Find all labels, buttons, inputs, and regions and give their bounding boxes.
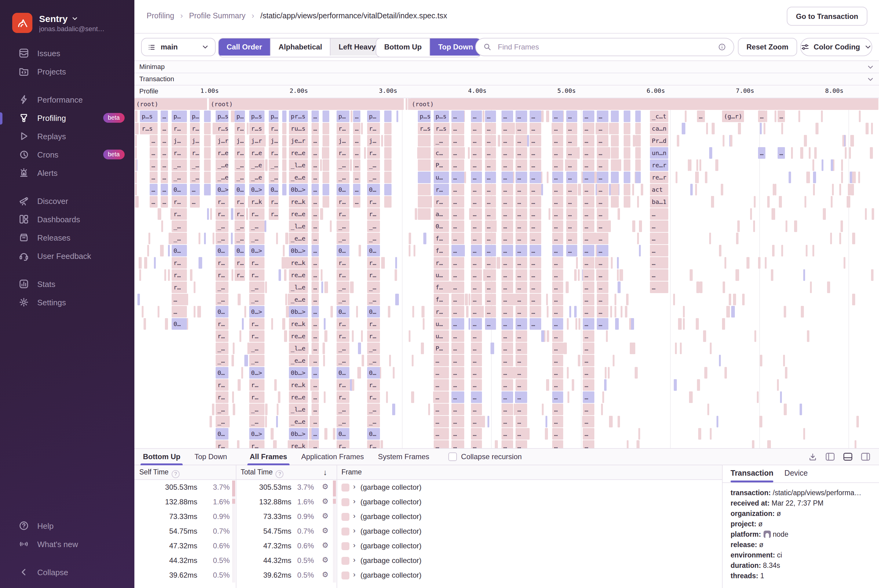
flame-frame[interactable]	[413, 245, 415, 256]
table-row[interactable]: 54.75ms0.7%54.75ms0.7%⚙›(garbage collect…	[134, 524, 722, 538]
flame-frame[interactable]: …	[485, 282, 496, 293]
flame-frame[interactable]	[412, 306, 414, 318]
flame-frame[interactable]	[635, 367, 638, 379]
flame-frame[interactable]: …	[552, 404, 563, 415]
sidebar-item-dashboards[interactable]: Dashboards	[0, 210, 134, 228]
flame-frame[interactable]	[361, 123, 363, 134]
flame-frame[interactable]	[804, 135, 806, 147]
flame-frame[interactable]: 0…	[234, 245, 245, 256]
flame-frame[interactable]: …	[515, 318, 527, 330]
flame-frame[interactable]: r…	[172, 147, 187, 159]
flame-frame[interactable]	[323, 147, 329, 159]
flame-frame[interactable]: _…	[190, 159, 200, 171]
flame-frame[interactable]: …	[471, 379, 482, 391]
layout-right-panel-icon[interactable]	[861, 453, 870, 461]
collapse-recursion-option[interactable]: Collapse recursion	[448, 453, 522, 461]
flame-frame[interactable]: …	[451, 172, 464, 183]
flame-frame[interactable]: …	[530, 306, 541, 318]
flame-frame[interactable]	[168, 232, 172, 244]
flame-frame[interactable]	[546, 428, 548, 440]
flame-frame[interactable]: …	[515, 232, 527, 244]
flame-frame[interactable]	[842, 135, 844, 147]
flame-frame[interactable]	[198, 232, 200, 244]
flame-frame[interactable]	[276, 232, 278, 244]
flame-frame[interactable]: _…	[172, 172, 187, 183]
flame-frame[interactable]: …	[530, 245, 541, 256]
flame-frame[interactable]	[784, 404, 786, 415]
flame-frame[interactable]: _…	[367, 355, 380, 366]
flame-frame[interactable]	[204, 232, 206, 244]
flame-frame[interactable]: _…	[249, 342, 264, 354]
flame-frame[interactable]	[783, 355, 785, 366]
flame-frame[interactable]	[690, 184, 693, 195]
flame-frame[interactable]: r…	[216, 257, 228, 268]
flame-frame[interactable]	[212, 404, 215, 415]
gear-icon[interactable]: ⚙	[322, 570, 329, 579]
flame-frame[interactable]: _…	[337, 159, 349, 171]
flame-frame[interactable]: …	[552, 172, 563, 183]
flame-frame[interactable]	[321, 269, 323, 281]
sidebar-collapse[interactable]: Collapse	[0, 563, 134, 581]
flame-frame[interactable]: 0…	[337, 428, 349, 440]
flame-frame[interactable]	[422, 318, 424, 330]
flame-frame[interactable]: p…	[367, 111, 380, 122]
flame-frame[interactable]: …	[471, 220, 482, 232]
flame-frame[interactable]	[731, 306, 735, 318]
flame-frame[interactable]: …	[451, 392, 464, 403]
flame-frame[interactable]: _…	[172, 220, 187, 232]
flame-frame[interactable]	[264, 220, 266, 232]
flame-frame[interactable]: j…	[337, 135, 349, 147]
flame-frame[interactable]: a…	[434, 208, 449, 220]
flame-frame[interactable]: …	[471, 318, 482, 330]
flame-frame[interactable]	[142, 306, 144, 318]
flame-frame[interactable]: …	[552, 135, 563, 147]
flame-frame[interactable]	[282, 111, 287, 122]
flame-frame[interactable]	[844, 257, 845, 268]
flame-frame[interactable]	[358, 367, 361, 379]
flame-frame[interactable]	[411, 392, 414, 403]
flame-frame[interactable]	[284, 330, 287, 342]
flame-frame[interactable]: …	[311, 159, 319, 171]
flame-frame[interactable]: …	[515, 416, 527, 428]
flame-frame[interactable]	[865, 208, 867, 220]
flame-frame[interactable]	[611, 196, 619, 208]
flame-frame[interactable]	[135, 123, 138, 134]
minimap-row[interactable]: Minimap	[134, 61, 879, 73]
flame-frame[interactable]: 0…	[172, 245, 187, 256]
flame-frame[interactable]: …	[597, 269, 609, 281]
flame-frame[interactable]: …	[515, 392, 527, 403]
go-to-transaction-button[interactable]: Go to Transaction	[787, 7, 867, 26]
flame-frame[interactable]: r…	[216, 196, 228, 208]
flame-frame[interactable]: r…	[367, 379, 380, 391]
flame-frame[interactable]: …	[311, 220, 319, 232]
flame-frame[interactable]	[246, 123, 248, 134]
sidebar-item-stats[interactable]: Stats	[0, 275, 134, 293]
flame-frame[interactable]	[808, 147, 810, 159]
flame-frame[interactable]: …	[161, 184, 168, 195]
flame-frame[interactable]: r…	[269, 196, 278, 208]
flame-frame[interactable]	[757, 392, 759, 403]
flame-frame[interactable]	[237, 379, 241, 391]
flame-frame[interactable]: _…	[216, 232, 228, 244]
flame-frame[interactable]	[362, 355, 364, 366]
flame-frame[interactable]: r…	[249, 379, 264, 391]
flame-frame[interactable]: …	[583, 196, 594, 208]
flame-frame[interactable]: …	[471, 159, 482, 171]
flame-frame[interactable]	[364, 147, 365, 159]
flame-frame[interactable]: …	[597, 184, 609, 195]
flame-frame[interactable]	[270, 428, 273, 440]
flame-frame[interactable]: …	[190, 184, 200, 195]
flame-frame[interactable]: 0…>	[249, 428, 264, 440]
flame-frame[interactable]: …	[353, 184, 361, 195]
flame-frame[interactable]: …	[583, 342, 594, 354]
flame-frame[interactable]: …	[353, 111, 361, 122]
flame-frame[interactable]: 0…	[337, 367, 349, 379]
flame-frame[interactable]	[278, 392, 281, 403]
flame-frame[interactable]: _…	[172, 159, 187, 171]
chevron-down-icon[interactable]	[867, 63, 874, 71]
flame-frame[interactable]	[697, 282, 699, 293]
flame-frame[interactable]	[638, 428, 640, 440]
flame-frame[interactable]: _…	[216, 416, 228, 428]
flame-frame[interactable]	[393, 367, 395, 379]
flame-frame[interactable]: …	[778, 111, 785, 122]
